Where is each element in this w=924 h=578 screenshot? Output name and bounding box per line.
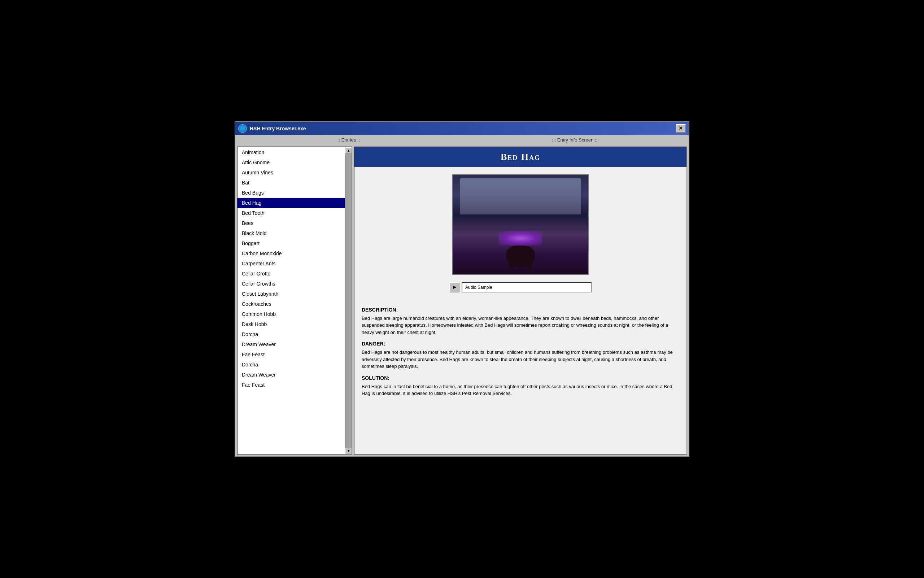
list-item[interactable]: Fae Feast [238, 380, 345, 390]
app-title: HSH Entry Browser.exe [250, 126, 673, 132]
list-item[interactable]: Fae Feast [238, 349, 345, 360]
description-text: Bed Hags are large humanoid creatures wi… [361, 315, 679, 336]
scroll-up-button[interactable]: ▲ [345, 147, 352, 154]
glow-decoration [499, 231, 542, 245]
list-item[interactable]: Cellar Growths [238, 279, 345, 289]
list-item[interactable]: Boggart [238, 238, 345, 248]
bed-shape-decoration [460, 179, 581, 214]
danger-label: DANGER: [361, 341, 679, 347]
list-item[interactable]: Bed Bugs [238, 188, 345, 198]
entry-image [452, 174, 589, 275]
title-bar: 🌐 HSH Entry Browser.exe ✕ [235, 122, 689, 135]
main-content: :: Entries :: ::: Entry Info Screen ::: … [235, 135, 689, 456]
entry-title: Bed Hag [501, 152, 540, 162]
audio-label: Audio Sample [465, 285, 492, 290]
entry-image-area [355, 167, 686, 283]
entries-list-panel: AnimationAttic GnomeAutumn VinesBatBed B… [237, 146, 352, 455]
list-item[interactable]: Black Mold [238, 228, 345, 238]
play-button[interactable]: ▶ [449, 283, 459, 292]
list-item[interactable]: Dream Weaver [238, 339, 345, 349]
list-item[interactable]: Dorcha [238, 329, 345, 339]
list-item[interactable]: Carpenter Ants [238, 258, 345, 269]
list-item[interactable]: Dorcha [238, 360, 345, 370]
main-window: 🌐 HSH Entry Browser.exe ✕ :: Entries :: … [235, 121, 689, 457]
solution-text: Bed Hags can in fact be beneficial to a … [361, 383, 679, 397]
list-scrollbar: ▲ ▼ [345, 147, 352, 454]
audio-bar: ▶ Audio Sample [355, 283, 686, 298]
list-item[interactable]: Cockroaches [238, 299, 345, 309]
list-item[interactable]: Attic Gnome [238, 157, 345, 167]
list-item[interactable]: Bed Hag [238, 198, 345, 208]
entries-list-scroll[interactable]: AnimationAttic GnomeAutumn VinesBatBed B… [238, 147, 345, 454]
list-item[interactable]: Animation [238, 147, 345, 157]
description-label: DESCRIPTION: [361, 307, 679, 313]
list-item[interactable]: Dream Weaver [238, 370, 345, 380]
scroll-track [345, 154, 352, 448]
list-item[interactable]: Closet Labyrinth [238, 289, 345, 299]
entry-info-panel: Bed Hag ▶ Audio Sample DESCR [354, 146, 687, 455]
solution-label: SOLUTION: [361, 375, 679, 381]
list-item[interactable]: Bed Teeth [238, 208, 345, 218]
list-item[interactable]: Autumn Vines [238, 167, 345, 178]
list-item[interactable]: Common Hobb [238, 309, 345, 319]
list-item[interactable]: Bat [238, 178, 345, 188]
close-button[interactable]: ✕ [676, 124, 686, 133]
info-header: ::: Entry Info Screen ::: [462, 137, 689, 143]
list-item[interactable]: Bees [238, 218, 345, 228]
list-item[interactable]: Desk Hobb [238, 319, 345, 329]
creature-decoration [506, 245, 535, 267]
entries-header: :: Entries :: [235, 137, 462, 143]
description-area: DESCRIPTION: Bed Hags are large humanoid… [355, 298, 686, 404]
scroll-down-button[interactable]: ▼ [345, 448, 352, 454]
danger-text: Bed Hags are not dangerous to most healt… [361, 349, 679, 370]
header-bar: :: Entries :: ::: Entry Info Screen ::: [235, 135, 689, 145]
body-area: AnimationAttic GnomeAutumn VinesBatBed B… [235, 145, 689, 456]
list-container: AnimationAttic GnomeAutumn VinesBatBed B… [238, 147, 352, 454]
app-icon: 🌐 [238, 124, 247, 133]
list-item[interactable]: Carbon Monoxide [238, 248, 345, 258]
entry-title-bar: Bed Hag [355, 147, 686, 167]
audio-track: Audio Sample [462, 283, 592, 292]
list-item[interactable]: Cellar Grotto [238, 269, 345, 279]
